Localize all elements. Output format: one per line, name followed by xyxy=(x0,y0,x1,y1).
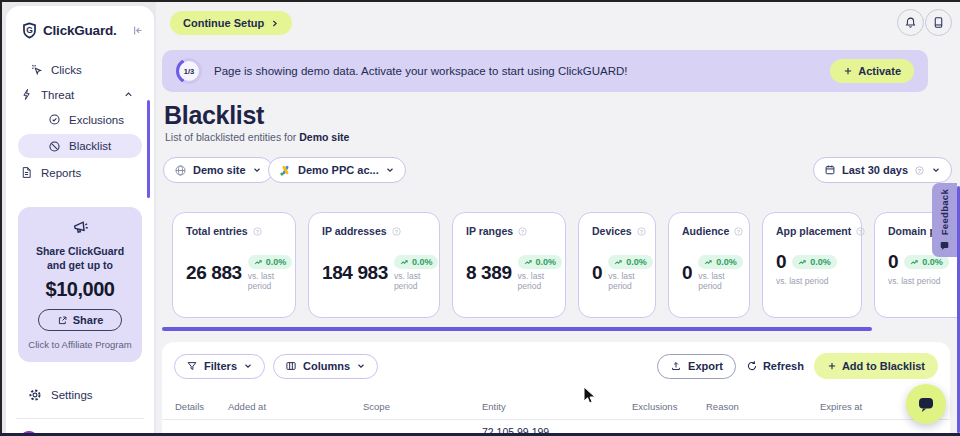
sidebar-item-exclusions[interactable]: Exclusions xyxy=(6,107,154,132)
chevron-up-icon xyxy=(123,89,134,100)
megaphone-icon xyxy=(72,219,89,236)
svg-text:?: ? xyxy=(859,228,863,234)
google-ads-icon xyxy=(279,164,292,177)
columns-button[interactable]: Columns xyxy=(273,354,378,379)
ppc-account-selector[interactable]: Demo PPC ac... xyxy=(268,157,406,183)
docs-button[interactable] xyxy=(925,9,952,36)
account-switcher[interactable]: NA gmail.com naatali.ro@gmail.com xyxy=(18,431,146,436)
cell-expires-at xyxy=(820,426,950,436)
share-button[interactable]: Share xyxy=(38,309,123,331)
affiliate-link[interactable]: Click to Affiliate Program xyxy=(26,339,134,350)
stat-delta: 0.0% xyxy=(922,257,943,267)
sidebar-item-blacklist[interactable]: Blacklist xyxy=(18,134,142,158)
nav-label: Blacklist xyxy=(69,140,111,152)
export-label: Export xyxy=(688,360,723,372)
sidebar: G ClickGuard. Clicks Threat Excl xyxy=(6,6,154,436)
table-header-row: Details Added at Scope Entity Exclusions… xyxy=(162,401,950,412)
date-range-selector[interactable]: Last 30 days ? xyxy=(813,157,952,183)
promo-amount: $10,000 xyxy=(26,278,134,301)
nav-label: Reports xyxy=(41,167,81,179)
filters-button[interactable]: Filters xyxy=(174,354,265,379)
refresh-button[interactable]: Refresh xyxy=(736,354,814,379)
horizontal-scrollbar[interactable] xyxy=(162,327,872,331)
trend-up-icon xyxy=(910,258,919,267)
info-icon: ? xyxy=(914,165,925,176)
info-icon[interactable]: ? xyxy=(517,226,528,237)
info-icon[interactable]: ? xyxy=(391,226,402,237)
column-header-details[interactable]: Details xyxy=(175,401,228,412)
gear-icon xyxy=(28,388,42,402)
cell-details xyxy=(175,426,228,436)
info-icon[interactable]: ? xyxy=(733,226,744,237)
stat-card-ip-addresses: IP addresses ? 184 983 0.0% vs. last per… xyxy=(308,212,440,318)
site-selector[interactable]: Demo site xyxy=(163,157,273,183)
continue-setup-button[interactable]: Continue Setup xyxy=(170,11,292,35)
plus-icon xyxy=(827,361,837,371)
collapse-sidebar-icon[interactable] xyxy=(131,24,144,37)
sidebar-divider xyxy=(16,418,144,419)
info-icon[interactable]: ? xyxy=(636,226,647,237)
trend-up-icon xyxy=(400,258,409,267)
stat-delta: 0.0% xyxy=(536,257,557,267)
stat-label: Total entries xyxy=(186,225,248,237)
page-title: Blacklist xyxy=(164,101,264,130)
stat-label: IP addresses xyxy=(322,225,387,237)
feedback-chat-icon xyxy=(939,240,950,251)
stat-value: 184 983 xyxy=(322,262,388,284)
svg-text:?: ? xyxy=(394,228,398,234)
column-header-reason[interactable]: Reason xyxy=(706,401,820,412)
chat-widget-button[interactable] xyxy=(906,384,946,424)
activate-button[interactable]: Activate xyxy=(830,59,914,83)
trend-up-icon xyxy=(254,258,263,267)
cell-added-at xyxy=(228,426,363,436)
stat-delta: 0.0% xyxy=(716,257,737,267)
stat-delta: 0.0% xyxy=(412,257,433,267)
sidebar-nav: Clicks Threat Exclusions Blacklist xyxy=(6,57,154,185)
column-header-added-at[interactable]: Added at xyxy=(228,401,363,412)
add-to-blacklist-label: Add to Blacklist xyxy=(842,360,925,372)
sidebar-item-threat[interactable]: Threat xyxy=(6,82,154,107)
cell-scope xyxy=(363,426,482,436)
block-icon xyxy=(48,140,61,153)
stat-sub: vs. last period xyxy=(776,276,851,286)
setup-progress-ring: 1/3 xyxy=(176,58,202,84)
table-row[interactable]: 72.105.99.199 xyxy=(162,420,950,436)
settings-label: Settings xyxy=(51,389,93,401)
page-subtitle: List of blacklisted entities for Demo si… xyxy=(165,131,349,143)
column-header-entity[interactable]: Entity xyxy=(482,401,632,412)
funnel-icon xyxy=(186,360,198,372)
sidebar-item-clicks[interactable]: Clicks xyxy=(6,57,154,82)
column-header-scope[interactable]: Scope xyxy=(363,401,482,412)
report-document-icon xyxy=(20,166,33,179)
svg-text:?: ? xyxy=(640,228,644,234)
feedback-label: Feedback xyxy=(939,189,950,235)
notifications-button[interactable] xyxy=(897,9,924,36)
stat-value: 26 883 xyxy=(186,262,242,284)
affiliate-promo-card: Share ClickGuard and get up to $10,000 S… xyxy=(18,207,142,362)
export-button[interactable]: Export xyxy=(657,354,736,379)
trend-up-icon xyxy=(704,258,713,267)
click-cursor-icon xyxy=(30,63,43,76)
export-icon xyxy=(670,360,682,372)
chevron-down-icon xyxy=(931,165,941,175)
info-icon[interactable]: ? xyxy=(252,226,263,237)
add-to-blacklist-button[interactable]: Add to Blacklist xyxy=(814,353,938,379)
table-toolbar: Filters Columns Export Refresh xyxy=(162,342,950,379)
sidebar-scrollbar[interactable] xyxy=(147,100,150,198)
nav-label: Threat xyxy=(41,89,74,101)
feedback-tab[interactable]: Feedback xyxy=(932,183,957,257)
stat-sub: vs. last period xyxy=(394,271,430,291)
columns-icon xyxy=(285,360,297,372)
stat-sub: vs. last period xyxy=(518,271,554,291)
column-header-exclusions[interactable]: Exclusions xyxy=(632,401,706,412)
page-subtitle-target: Demo site xyxy=(299,131,349,143)
plus-icon xyxy=(843,66,853,76)
info-icon[interactable]: ? xyxy=(855,226,866,237)
svg-text:?: ? xyxy=(737,228,741,234)
sidebar-item-settings[interactable]: Settings xyxy=(28,388,154,402)
stat-sub: vs. last period xyxy=(888,276,959,286)
logo: G ClickGuard. xyxy=(6,6,154,49)
sidebar-item-reports[interactable]: Reports xyxy=(6,160,154,185)
stat-card-total-entries: Total entries ? 26 883 0.0% vs. last per… xyxy=(172,212,296,318)
svg-text:?: ? xyxy=(255,228,259,234)
